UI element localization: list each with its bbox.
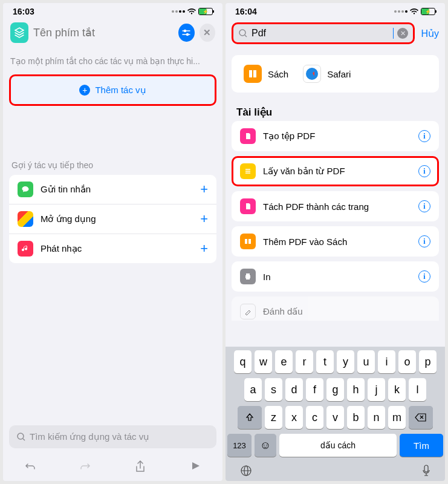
key-i[interactable]: i <box>378 350 395 373</box>
svg-rect-14 <box>246 278 250 280</box>
backspace-key[interactable] <box>409 406 433 429</box>
numeric-key[interactable]: 123 <box>227 434 252 457</box>
safari-icon <box>303 65 321 83</box>
document-icon <box>240 128 256 144</box>
action-split-pdf[interactable]: Tách PDF thành các trang i <box>232 191 439 221</box>
key-u[interactable]: u <box>357 350 375 373</box>
search-placeholder: Tìm kiếm ứng dụng và tác vụ <box>30 431 149 442</box>
shift-key[interactable] <box>238 406 262 429</box>
key-h[interactable]: h <box>347 378 365 401</box>
suggestion-list: Gửi tin nhắn + Mở ứng dụng + Phát nhạc + <box>9 175 216 263</box>
add-action-label: Thêm tác vụ <box>95 85 146 96</box>
key-n[interactable]: n <box>368 406 385 429</box>
key-d[interactable]: d <box>285 378 303 401</box>
shortcut-title-input[interactable] <box>33 27 174 39</box>
cancel-button[interactable]: Hủy <box>421 28 439 39</box>
documents-section-title: Tài liệu <box>226 99 445 121</box>
key-o[interactable]: o <box>398 350 416 373</box>
app-books[interactable]: Sách <box>244 65 288 83</box>
globe-button[interactable] <box>239 464 253 477</box>
clear-search-button[interactable]: ✕ <box>397 28 408 39</box>
suggestion-item-message[interactable]: Gửi tin nhắn + <box>9 175 216 204</box>
shortcut-app-icon <box>10 22 28 43</box>
key-a[interactable]: a <box>244 378 262 401</box>
key-g[interactable]: g <box>326 378 344 401</box>
action-extract-text[interactable]: Lấy văn bản từ PDF i <box>232 156 439 186</box>
add-action-button[interactable]: + Thêm tác vụ <box>9 74 216 106</box>
key-f[interactable]: f <box>306 378 323 401</box>
run-button[interactable] <box>183 460 207 474</box>
svg-point-8 <box>306 68 318 80</box>
status-icons: ⚡ <box>172 8 213 15</box>
redo-button[interactable] <box>73 460 97 474</box>
action-label: Tạo tệp PDF <box>263 131 411 142</box>
key-k[interactable]: k <box>388 378 406 401</box>
undo-button[interactable] <box>18 460 42 474</box>
document-icon <box>240 198 256 214</box>
action-create-pdf[interactable]: Tạo tệp PDF i <box>232 121 439 151</box>
info-button[interactable]: i <box>418 130 430 142</box>
search-header: ✕ Hủy <box>226 18 445 49</box>
info-button[interactable]: i <box>418 235 430 247</box>
suggestion-label: Phát nhạc <box>41 243 193 254</box>
search-box: ✕ <box>232 22 415 44</box>
status-icons: ⚡ <box>394 8 435 15</box>
key-t[interactable]: t <box>316 350 334 373</box>
key-p[interactable]: p <box>419 350 437 373</box>
search-icon <box>238 28 248 38</box>
dictation-button[interactable] <box>421 464 431 477</box>
space-key[interactable]: dấu cách <box>279 434 397 457</box>
action-print[interactable]: In i <box>232 261 439 292</box>
search-input[interactable] <box>252 28 392 39</box>
key-r[interactable]: r <box>296 350 313 373</box>
action-markup[interactable]: Đánh dấu <box>232 296 439 321</box>
key-e[interactable]: e <box>275 350 293 373</box>
app-safari[interactable]: Safari <box>303 65 351 83</box>
key-b[interactable]: b <box>347 406 365 429</box>
text-icon <box>240 163 256 179</box>
status-bar: 16:03 ⚡ <box>3 3 222 18</box>
sliders-icon <box>181 28 191 38</box>
settings-button[interactable] <box>178 24 194 42</box>
key-x[interactable]: x <box>285 406 303 429</box>
message-icon <box>18 182 33 197</box>
plus-icon: + <box>200 241 208 257</box>
close-button[interactable]: ✕ <box>200 24 215 42</box>
action-add-to-books[interactable]: Thêm PDF vào Sách i <box>232 226 439 257</box>
key-m[interactable]: m <box>388 406 406 429</box>
key-q[interactable]: q <box>234 350 252 373</box>
key-j[interactable]: j <box>368 378 385 401</box>
share-icon <box>134 460 146 474</box>
suggestion-item-music[interactable]: Phát nhạc + <box>9 234 216 263</box>
key-c[interactable]: c <box>306 406 323 429</box>
backspace-icon <box>415 413 427 422</box>
key-l[interactable]: l <box>409 378 426 401</box>
search-input[interactable]: Tìm kiếm ứng dụng và tác vụ <box>9 425 216 448</box>
phone-right: 16:04 ⚡ ✕ Hủy Sách <box>226 3 445 481</box>
results-scroll[interactable]: Sách Safari Tài liệu Tạo tệp PDF i Lấy v… <box>226 49 445 347</box>
info-button[interactable]: i <box>418 165 430 177</box>
status-bar: 16:04 ⚡ <box>226 3 445 18</box>
redo-icon <box>79 460 92 474</box>
shift-icon <box>245 413 255 422</box>
svg-point-2 <box>184 30 186 32</box>
status-time: 16:04 <box>235 7 257 16</box>
info-button[interactable]: i <box>418 200 430 212</box>
key-v[interactable]: v <box>326 406 344 429</box>
keyboard-row-3: zxcvbnm <box>227 406 443 429</box>
info-button[interactable]: i <box>418 270 430 283</box>
share-button[interactable] <box>128 460 152 474</box>
key-y[interactable]: y <box>337 350 354 373</box>
suggestion-label: Gửi tin nhắn <box>41 184 193 195</box>
play-icon <box>190 460 201 471</box>
return-key[interactable]: Tìm <box>400 434 443 457</box>
keyboard-row-1: qwertyuiop <box>227 350 443 373</box>
suggestion-item-app[interactable]: Mở ứng dụng + <box>9 204 216 234</box>
key-z[interactable]: z <box>265 406 282 429</box>
books-icon <box>244 65 262 83</box>
emoji-key[interactable]: ☺ <box>255 434 276 457</box>
key-s[interactable]: s <box>265 378 282 401</box>
phone-left: 16:03 ⚡ ✕ Tạo một phím tắt cho các tác v… <box>3 3 222 481</box>
books-icon <box>240 234 256 249</box>
key-w[interactable]: w <box>255 350 272 373</box>
